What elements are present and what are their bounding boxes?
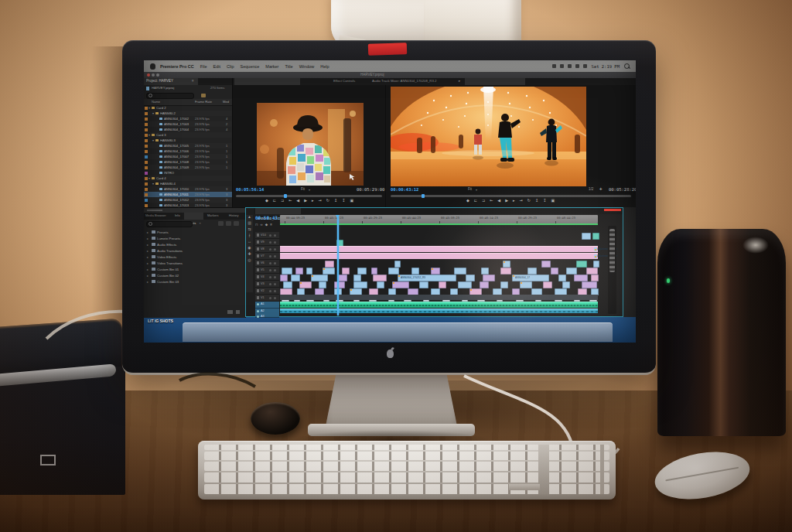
keyboard-numpad-gap	[600, 445, 604, 494]
photo-scene: LIT IG SHOTS Premiere Pro CCFileEditClip…	[0, 0, 792, 532]
keyboard-nav-gap	[538, 445, 549, 494]
keyboard-arrow-gap	[509, 484, 540, 490]
keyboard	[198, 441, 616, 500]
control-puck	[251, 402, 300, 435]
mouse-seam	[665, 467, 739, 481]
